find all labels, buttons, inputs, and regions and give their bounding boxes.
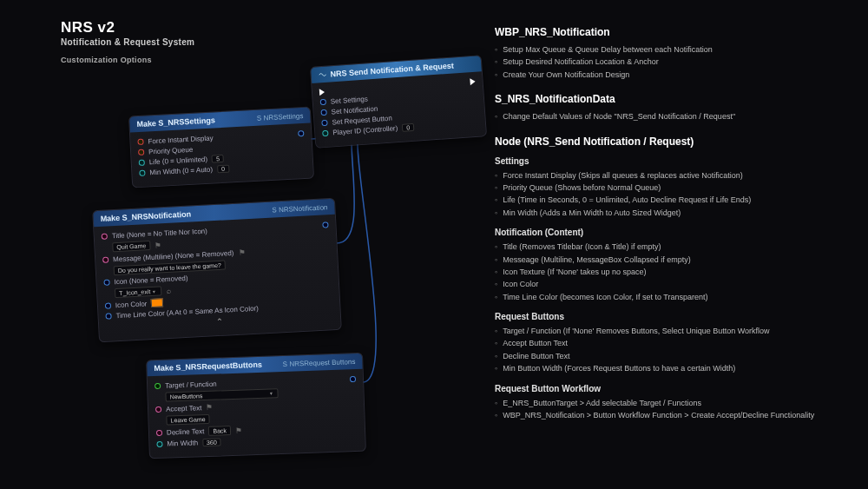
player-id-value[interactable]: 0: [402, 123, 415, 132]
doc-section-title: Node (NRS_Send Notification / Request): [495, 135, 859, 148]
doc-section-title: WBP_NRS_Notification: [495, 26, 859, 38]
doc-bullet: Title (Removes Titlebar (Icon & Title) i…: [495, 241, 859, 253]
text-pin[interactable]: [155, 406, 161, 412]
bool-pin[interactable]: [138, 149, 144, 155]
struct-output-label: S NRSRequest Buttons: [283, 357, 356, 367]
accept-input[interactable]: Leave Game: [166, 414, 209, 426]
doc-bullet: Accept Button Text: [495, 337, 859, 349]
documentation-panel: WBP_NRS_Notification Setup Max Queue & Q…: [495, 26, 859, 421]
life-value[interactable]: 5: [212, 155, 224, 163]
doc-bullet: Icon Color: [495, 278, 859, 290]
struct-pin[interactable]: [321, 120, 327, 126]
float-pin[interactable]: [139, 170, 145, 176]
doc-subsection-title: Notification (Content): [495, 228, 859, 237]
icon-dropdown[interactable]: T_Icon_exit▾: [115, 286, 162, 298]
function-icon: [318, 70, 327, 80]
blueprint-graph[interactable]: NRS Send Notification & Request Set Sett…: [26, 35, 477, 486]
minwidth-value[interactable]: 0: [217, 165, 229, 174]
doc-subsection-title: Request Buttons: [495, 312, 859, 321]
color-pin[interactable]: [105, 313, 111, 319]
doc-bullet: Change Default Values of Node "NRS_Send …: [495, 110, 859, 122]
minwidth-value[interactable]: 360: [202, 438, 221, 446]
doc-bullet: Messeage (Multiline, MessageBox Collapse…: [495, 254, 859, 266]
text-pin[interactable]: [102, 234, 108, 240]
node-title: Make S_NRSRequestButtons: [154, 360, 262, 373]
color-pin[interactable]: [105, 302, 111, 308]
struct-output-label: S NRSNotification: [272, 203, 327, 214]
doc-subsection-title: Settings: [495, 156, 859, 166]
doc-bullet: Force Instant Display (Skips all queues …: [495, 169, 859, 182]
doc-bullet: Priority Queue (Shows before Normal Queu…: [495, 182, 859, 194]
doc-bullet: Min Button Width (Forces Request Buttons…: [495, 362, 859, 374]
target-dropdown[interactable]: NewButtons▾: [165, 388, 278, 402]
doc-bullet: Target / Function (If 'None' Removes But…: [495, 325, 859, 337]
doc-bullet: Min Width (Adds a Min Width to Auto Size…: [495, 207, 859, 219]
struct-output-label: S NRSSettings: [257, 112, 304, 122]
node-make-notification[interactable]: Make S_NRSNotification S NRSNotification…: [92, 198, 342, 342]
float-pin[interactable]: [156, 441, 162, 447]
flag-icon: ⚑: [206, 403, 213, 412]
struct-out-pin[interactable]: [298, 130, 304, 136]
doc-bullet: Decline Button Text: [495, 350, 859, 362]
doc-bullet: Icon Texture (If 'None' takes up no spac…: [495, 266, 859, 278]
text-pin[interactable]: [156, 430, 162, 436]
doc-bullet: WBP_NRS_Notification > Button Workflow F…: [495, 409, 859, 421]
bool-pin[interactable]: [137, 139, 143, 145]
icon-color-swatch[interactable]: [151, 298, 164, 307]
node-make-request-buttons[interactable]: Make S_NRSRequestButtons S NRSRequest Bu…: [146, 353, 366, 459]
float-pin[interactable]: [139, 160, 145, 166]
object-pin[interactable]: [103, 279, 109, 285]
text-pin[interactable]: [102, 256, 108, 262]
doc-bullet: Create Your Own Notification Design: [495, 69, 859, 81]
doc-bullet: Setup Max Queue & Queue Delay between ea…: [495, 43, 859, 56]
struct-pin[interactable]: [320, 109, 326, 116]
doc-bullet: Time Line Color (becomes Icon Color, If …: [495, 291, 859, 303]
int-pin[interactable]: [322, 130, 328, 136]
decline-input[interactable]: Back: [208, 426, 231, 436]
node-title: Make S_NRSSettings: [136, 116, 215, 129]
chevron-down-icon: ▾: [269, 390, 272, 396]
doc-bullet: E_NRS_ButtonTarget > Add selectable Targ…: [495, 397, 859, 409]
struct-out-pin[interactable]: [322, 221, 328, 228]
flag-icon: ⚑: [235, 426, 242, 434]
product-title: NRS v2: [61, 19, 477, 36]
title-input[interactable]: Quit Game: [112, 241, 150, 252]
doc-subsection-title: Request Button Workflow: [495, 384, 859, 393]
chevron-down-icon: ▾: [153, 288, 155, 294]
doc-bullet: Life (Time in Seconds, 0 = Unlimited, Au…: [495, 194, 859, 206]
node-send-notification[interactable]: NRS Send Notification & Request Set Sett…: [310, 55, 487, 149]
flag-icon: ⚑: [155, 241, 162, 249]
enum-pin[interactable]: [155, 383, 161, 389]
doc-section-title: S_NRS_NotificationData: [495, 93, 859, 105]
doc-bullet: Setup Desired Notification Location & An…: [495, 56, 859, 68]
flag-icon: ⚑: [238, 248, 246, 256]
browse-icon[interactable]: ⌕: [166, 286, 171, 294]
exec-in-pin[interactable]: [319, 89, 326, 96]
node-make-settings[interactable]: Make S_NRSSettings S NRSSettings Force I…: [128, 107, 314, 188]
struct-pin[interactable]: [320, 99, 326, 105]
struct-out-pin[interactable]: [350, 376, 356, 382]
node-title: Make S_NRSNotification: [100, 209, 191, 222]
exec-out-pin[interactable]: [470, 78, 476, 85]
